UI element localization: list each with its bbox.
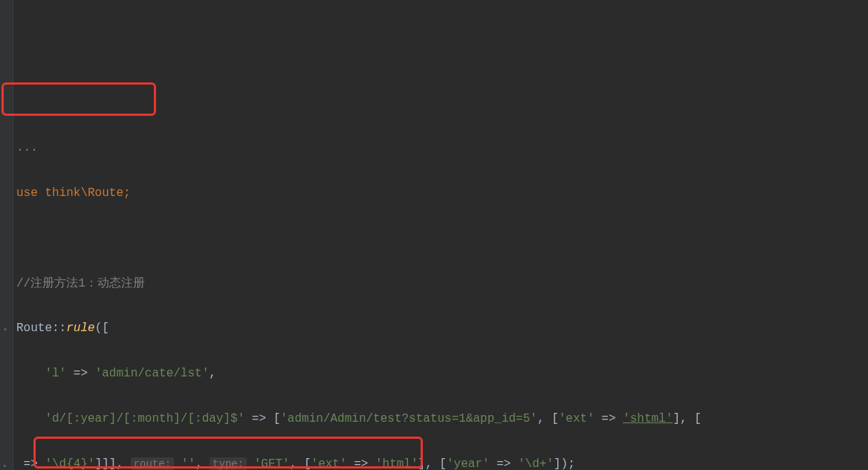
code-line[interactable]: 'd/[:year]/[:month]/[:day]$' => ['admin/…: [16, 408, 868, 430]
code-line[interactable]: ▾Route::rule([: [16, 317, 868, 339]
method-call: rule: [66, 322, 94, 335]
comment: //注册方法1：动态注册: [16, 277, 145, 290]
code-line[interactable]: use think\Route;: [16, 182, 868, 204]
code-line[interactable]: //注册方法1：动态注册: [16, 272, 868, 295]
code-area[interactable]: ... use think\Route; //注册方法1：动态注册 ▾Route…: [0, 113, 868, 470]
dots: ...: [16, 141, 38, 154]
keyword-use: use think\Route;: [16, 186, 131, 200]
code-line[interactable]: ...: [16, 137, 868, 159]
code-line[interactable]: 'l' => 'admin/cate/lst',: [16, 362, 868, 385]
code-line[interactable]: [16, 227, 868, 249]
code-editor[interactable]: ... use think\Route; //注册方法1：动态注册 ▾Route…: [0, 0, 868, 470]
fold-icon[interactable]: ▾: [3, 323, 12, 332]
fold-icon[interactable]: ▸: [3, 459, 12, 468]
param-hint: type:: [210, 457, 247, 470]
param-hint: route:: [131, 457, 174, 470]
highlight-box-1: [1, 82, 156, 116]
code-line[interactable]: ▸ => '\d{4}']]], route: '', type: 'GET',…: [16, 453, 868, 470]
class-ref: Route: [16, 322, 52, 335]
